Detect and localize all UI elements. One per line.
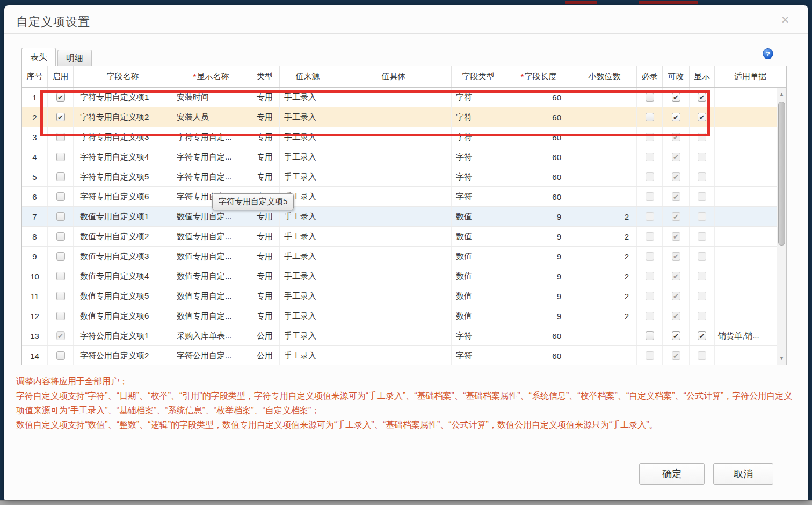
field_type-cell: 数值	[452, 266, 505, 286]
enable-checkbox[interactable]	[56, 351, 65, 360]
table-row[interactable]: 3字符专用自定义项3字符专用自定...专用手工录入字符60	[22, 127, 786, 147]
seq-cell: 12	[22, 306, 48, 326]
type-cell: 专用	[250, 107, 280, 127]
specific-cell	[336, 127, 452, 147]
required-checkbox[interactable]	[646, 93, 654, 102]
modifiable-cell	[663, 227, 690, 246]
enable-checkbox[interactable]	[56, 292, 65, 300]
enable-checkbox[interactable]	[56, 232, 65, 241]
scroll-up-icon[interactable]: ▲	[777, 89, 786, 99]
table-body: 1字符专用自定义项1安装时间专用手工录入字符602字符专用自定义项2安装人员专用…	[22, 88, 786, 365]
table-row[interactable]: 13字符公用自定义项1采购入库单表...公用手工录入字符60销货单,销...	[22, 326, 786, 346]
help-icon[interactable]: ?	[763, 48, 773, 59]
required-checkbox	[646, 292, 654, 300]
enable-cell	[48, 127, 74, 147]
required-checkbox[interactable]	[646, 113, 654, 121]
enable-checkbox[interactable]	[56, 312, 65, 320]
note-line: 数值自定义项支持“数值”、“整数”、“逻辑”的字段类型，数值专用自定义项值来源可…	[16, 417, 799, 432]
required-cell	[637, 207, 663, 226]
dialog-title: 自定义项设置	[16, 14, 90, 30]
required-cell	[637, 286, 663, 306]
enable-checkbox[interactable]	[56, 133, 65, 141]
visible-checkbox	[698, 153, 706, 161]
required-cell	[637, 227, 663, 246]
enable-checkbox[interactable]	[56, 252, 65, 261]
table-row[interactable]: 8数值专用自定义项2数值专用自定...专用手工录入数值92	[22, 227, 786, 247]
specific-cell	[336, 207, 452, 226]
table-row[interactable]: 5字符专用自定义项5字符专用自定...专用手工录入字符60	[22, 167, 786, 187]
required-checkbox	[646, 192, 654, 201]
required-checkbox	[646, 133, 654, 141]
table-row[interactable]: 11数值专用自定义项5数值专用自定...专用手工录入数值92	[22, 286, 786, 306]
scroll-down-icon[interactable]: ▼	[777, 353, 786, 364]
modifiable-cell	[663, 247, 690, 266]
vertical-scrollbar[interactable]: ▲ ▼	[777, 88, 786, 365]
enable-checkbox[interactable]	[56, 192, 65, 201]
specific-cell	[336, 266, 452, 286]
source-cell: 手工录入	[280, 286, 336, 306]
visible-checkbox[interactable]	[698, 331, 706, 340]
modifiable-checkbox	[672, 232, 680, 241]
seq-cell: 2	[22, 107, 48, 127]
required-asterisk: *	[193, 72, 197, 81]
visible-checkbox[interactable]	[698, 113, 706, 121]
field_type-cell: 字符	[452, 187, 505, 206]
seq-cell: 9	[22, 247, 48, 266]
enable-checkbox[interactable]	[56, 212, 65, 221]
docs-cell: 销货单,销...	[715, 326, 786, 345]
table-row[interactable]: 10数值专用自定义项4数值专用自定...专用手工录入数值92	[22, 266, 786, 286]
table-row[interactable]: 4字符专用自定义项4字符专用自定...专用手工录入字符60	[22, 147, 786, 167]
table-row[interactable]: 1字符专用自定义项1安装时间专用手工录入字符60	[22, 88, 786, 107]
required-asterisk: *	[521, 72, 524, 81]
modifiable-cell	[663, 346, 690, 365]
length-cell: 60	[505, 326, 572, 345]
modifiable-cell	[663, 147, 690, 167]
enable-cell	[48, 227, 74, 246]
visible-checkbox[interactable]	[698, 93, 706, 102]
table-row[interactable]: 7数值专用自定义项1数值专用自定...专用手工录入数值92	[22, 207, 786, 227]
seq-cell: 8	[22, 227, 48, 246]
enable-checkbox[interactable]	[56, 93, 65, 102]
seq-cell: 11	[22, 286, 48, 306]
tab-detail[interactable]: 明细	[57, 50, 92, 66]
table-row[interactable]: 6字符专用自定义项6字符专用自定...专用手工录入字符60	[22, 187, 786, 207]
custom-item-settings-dialog: 自定义项设置 × ? 表头 明细 序号启用字段名称*显示名称类型值来源值具体字段…	[4, 5, 808, 500]
length-cell: 60	[505, 167, 572, 186]
field_type-cell: 数值	[452, 306, 505, 326]
table-row[interactable]: 9数值专用自定义项3数值专用自定...专用手工录入数值92	[22, 247, 786, 266]
tab-header[interactable]: 表头	[21, 48, 56, 66]
docs-cell	[715, 266, 786, 286]
table-row[interactable]: 2字符专用自定义项2安装人员专用手工录入字符60	[22, 107, 786, 127]
visible-cell	[690, 306, 715, 326]
ok-button[interactable]: 确定	[639, 463, 705, 485]
cancel-button[interactable]: 取消	[713, 463, 773, 485]
modifiable-cell	[663, 266, 690, 286]
modifiable-checkbox	[672, 351, 680, 360]
visible-cell	[690, 266, 715, 286]
required-checkbox	[646, 153, 654, 161]
required-checkbox	[646, 272, 654, 280]
modifiable-checkbox[interactable]	[672, 331, 680, 340]
col-field_name-header: 字段名称	[74, 66, 172, 87]
decimals-cell	[572, 127, 637, 147]
specific-cell	[336, 187, 452, 206]
display_name-cell: 字符专用自定...	[172, 147, 250, 167]
enable-checkbox[interactable]	[56, 272, 65, 280]
specific-cell	[336, 107, 452, 127]
display_name-cell: 字符专用自定...	[172, 167, 250, 186]
modifiable-checkbox[interactable]	[672, 93, 680, 102]
table-row[interactable]: 14字符公用自定义项2字符公用自定...公用手工录入字符60	[22, 346, 786, 365]
type-cell: 专用	[250, 247, 280, 266]
required-checkbox[interactable]	[646, 331, 654, 340]
enable-checkbox[interactable]	[56, 153, 65, 161]
table-row[interactable]: 12数值专用自定义项6数值专用自定...专用手工录入数值92	[22, 306, 786, 326]
required-checkbox	[646, 351, 654, 360]
length-cell: 60	[505, 88, 572, 107]
visible-checkbox	[698, 172, 706, 181]
modifiable-checkbox[interactable]	[672, 113, 680, 121]
field_type-cell: 字符	[452, 127, 505, 147]
scrollbar-thumb[interactable]	[778, 102, 785, 246]
enable-checkbox[interactable]	[56, 172, 65, 181]
enable-checkbox[interactable]	[56, 113, 65, 121]
close-icon[interactable]: ×	[777, 12, 793, 28]
